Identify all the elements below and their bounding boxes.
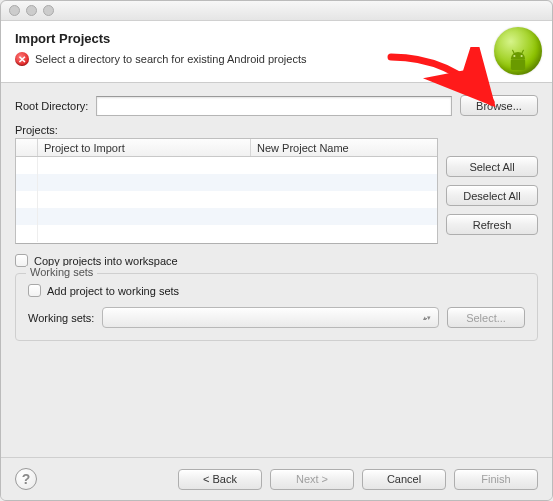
select-all-button[interactable]: Select All: [446, 156, 538, 177]
add-working-sets-label: Add project to working sets: [47, 285, 179, 297]
working-sets-title: Working sets: [26, 266, 97, 278]
back-button[interactable]: < Back: [178, 469, 262, 490]
page-subtitle: Select a directory to search for existin…: [35, 53, 306, 65]
wizard-footer: ? < Back Next > Cancel Finish: [1, 457, 552, 500]
wizard-header: Import Projects ✕ Select a directory to …: [1, 21, 552, 83]
svg-line-4: [522, 50, 524, 54]
working-sets-combo-label: Working sets:: [28, 312, 94, 324]
table-body: [16, 157, 437, 243]
working-sets-group: Working sets Add project to working sets…: [15, 273, 538, 341]
page-title: Import Projects: [15, 31, 538, 46]
copy-workspace-label: Copy projects into workspace: [34, 255, 178, 267]
cancel-button[interactable]: Cancel: [362, 469, 446, 490]
working-sets-combo[interactable]: ▴▾: [102, 307, 439, 328]
deselect-all-button[interactable]: Deselect All: [446, 185, 538, 206]
minimize-icon[interactable]: [26, 5, 37, 16]
table-col-project[interactable]: Project to Import: [38, 139, 251, 156]
finish-button[interactable]: Finish: [454, 469, 538, 490]
close-icon[interactable]: [9, 5, 20, 16]
error-icon: ✕: [15, 52, 29, 66]
help-icon[interactable]: ?: [15, 468, 37, 490]
root-dir-label: Root Directory:: [15, 100, 88, 112]
projects-table[interactable]: Project to Import New Project Name: [15, 138, 438, 244]
next-button[interactable]: Next >: [270, 469, 354, 490]
android-icon: [494, 27, 542, 75]
svg-rect-0: [511, 59, 525, 70]
combo-arrows-icon: ▴▾: [422, 310, 432, 326]
svg-line-3: [513, 50, 515, 54]
zoom-icon[interactable]: [43, 5, 54, 16]
working-sets-select-button[interactable]: Select...: [447, 307, 525, 328]
projects-label: Projects:: [15, 124, 538, 136]
table-checkbox-header: [16, 139, 38, 156]
titlebar: [1, 1, 552, 21]
svg-point-1: [513, 55, 515, 57]
root-dir-input[interactable]: [96, 96, 452, 116]
add-working-sets-checkbox[interactable]: [28, 284, 41, 297]
table-col-newname[interactable]: New Project Name: [251, 139, 437, 156]
svg-point-2: [521, 55, 523, 57]
refresh-button[interactable]: Refresh: [446, 214, 538, 235]
browse-button[interactable]: Browse...: [460, 95, 538, 116]
